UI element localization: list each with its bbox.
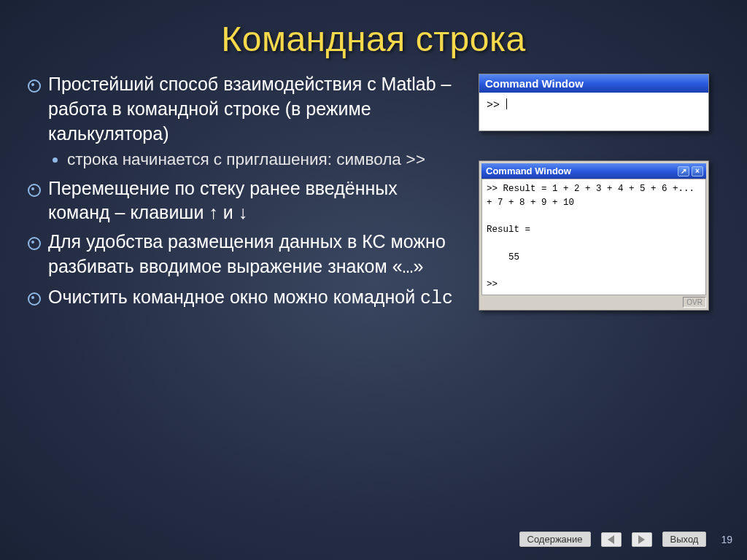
popout-icon[interactable]: ↗ (678, 166, 689, 176)
arrow-left-icon (608, 535, 614, 544)
bullet-2: Перемещение по стеку ранее введённых ком… (26, 176, 461, 226)
page-number: 19 (721, 534, 732, 545)
bullet-4-text: Очистить командное окно можно комадной (48, 287, 420, 307)
bullet-1-text: Простейший способ взаимодействия с Matla… (48, 74, 451, 144)
footer: Содержание Выход 19 (0, 532, 747, 547)
text-cursor-icon (506, 98, 507, 109)
close-icon[interactable]: × (692, 166, 703, 176)
command-window-result: Command Window ↗ × >> Result = 1 + 2 + 3… (479, 160, 709, 311)
exit-button[interactable]: Выход (662, 532, 707, 547)
bullet-3-code: … (403, 257, 414, 279)
ovr-indicator: OVR (683, 297, 706, 308)
window2-titlebar: Command Window ↗ × (481, 163, 706, 179)
contents-button[interactable]: Содержание (519, 532, 591, 547)
prev-button[interactable] (601, 532, 622, 547)
bullet-1: Простейший способ взаимодействия с Matla… (26, 72, 461, 172)
bullet-1-sub-code: >> (406, 151, 425, 170)
window1-prompt: >> (487, 99, 506, 112)
bullet-4: Очистить командное окно можно комадной c… (26, 285, 461, 311)
bullet-3: Для удобства размещения данных в КС можн… (26, 230, 461, 281)
arrow-right-icon (638, 535, 645, 544)
bullet-3-text2: » (414, 256, 424, 276)
window2-title: Command Window (486, 166, 676, 176)
window2-statusbar: OVR (481, 297, 706, 308)
bullet-list-container: Простейший способ взаимодействия с Matla… (26, 72, 461, 315)
command-window-simple: Command Window >> (479, 74, 709, 131)
next-button[interactable] (632, 532, 652, 547)
bullet-1-sub: строка начинается с приглашения: символа… (48, 149, 461, 171)
window1-titlebar: Command Window (479, 74, 708, 93)
window2-body: >> Result = 1 + 2 + 3 + 4 + 5 + 6 +... +… (481, 179, 706, 295)
bullet-4-code: clc (420, 288, 453, 309)
bullet-1-sub-text: строка начинается с приглашения: символа (67, 150, 406, 168)
window1-body: >> (479, 93, 708, 131)
bullet-3-text1: Для удобства размещения данных в КС можн… (48, 231, 446, 276)
slide-title: Командная строка (26, 19, 721, 59)
